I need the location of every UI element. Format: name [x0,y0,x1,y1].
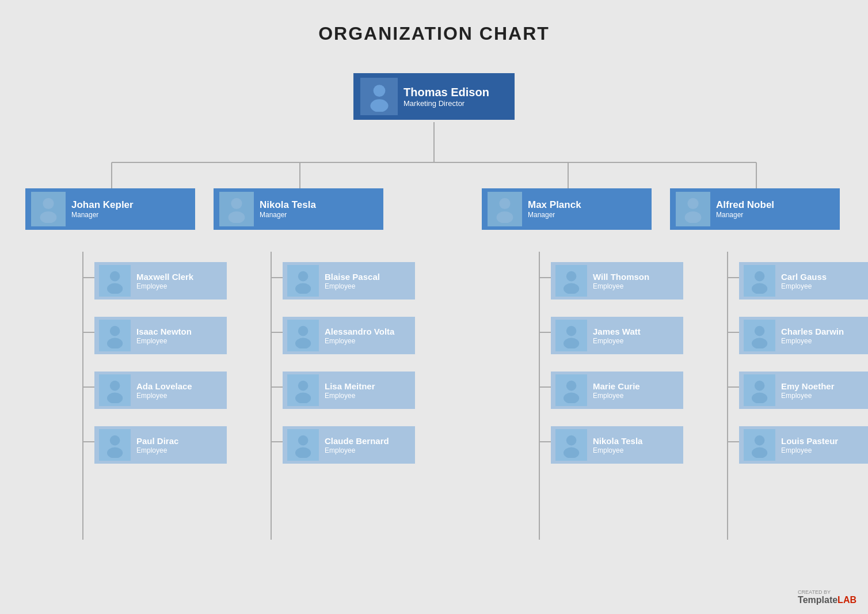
emp-name-0-3: Paul Dirac [136,436,178,446]
emp-text: Ada Lovelace Employee [136,381,192,400]
manager-card-3: Alfred Nobel Manager [670,188,843,230]
svg-point-55 [564,338,579,348]
svg-point-37 [107,283,123,293]
svg-point-42 [109,435,120,445]
emp-name-0-2: Ada Lovelace [136,381,192,392]
svg-point-33 [497,211,513,223]
watermark: CREATED BY TemplateLAB [798,589,856,605]
manager-name-3: Alfred Nobel [716,199,774,211]
emp-avatar [287,320,319,351]
svg-point-26 [373,85,385,97]
svg-point-41 [107,392,123,403]
emp-avatar [744,374,775,406]
employee-card-0-0: Maxwell Clerk Employee [94,262,227,300]
emp-name-2-1: James Watt [593,327,641,337]
svg-point-45 [295,283,311,293]
manager-text-1: Nikola Tesla Manager [260,199,316,219]
emp-text: Nikola Tesla Employee [593,436,642,454]
svg-point-34 [687,198,698,209]
manager-role-2: Manager [528,211,581,219]
emp-avatar [287,429,319,461]
emp-name-1-3: Claude Bernard [325,436,389,446]
svg-point-28 [43,198,54,209]
page-title: ORGANIZATION CHART [23,23,845,44]
emp-text: Maxwell Clerk Employee [136,272,193,290]
watermark-brand: TemplateLAB [798,597,856,604]
svg-point-66 [754,435,764,445]
svg-point-50 [298,435,308,445]
emp-name-3-1: Charles Darwin [781,327,844,337]
manager-text-0: Johan Kepler Manager [71,199,134,219]
svg-point-49 [295,392,311,403]
manager-role-3: Manager [716,211,774,219]
emp-role-3-2: Employee [781,392,835,400]
svg-point-38 [109,325,120,336]
director-avatar [360,78,398,115]
emp-text: Lisa Meitner Employee [325,381,375,400]
emp-text: Claude Bernard Employee [325,436,389,454]
svg-point-53 [564,283,579,293]
manager-role-0: Manager [71,211,134,219]
svg-point-54 [566,325,576,336]
svg-point-59 [564,447,579,457]
emp-text: Marie Curie Employee [593,381,640,400]
emp-name-1-2: Lisa Meitner [325,381,375,392]
manager-name-0: Johan Kepler [71,199,134,211]
emp-name-2-0: Will Thomson [593,272,649,282]
emp-role-1-3: Employee [325,446,389,454]
emp-name-1-0: Blaise Pascal [325,272,380,282]
svg-point-47 [295,338,311,348]
emp-avatar [744,320,775,351]
emp-avatar [99,320,131,351]
emp-role-2-2: Employee [593,392,640,400]
svg-point-62 [754,325,764,336]
emp-role-0-2: Employee [136,392,192,400]
director-text: Thomas Edison Marketing Director [403,85,489,108]
emp-name-1-1: Alessandro Volta [325,327,394,337]
employee-card-2-3: Nikola Tesla Employee [551,426,683,464]
manager-avatar-3 [676,192,710,226]
emp-role-1-2: Employee [325,392,375,400]
lab-text: LAB [837,595,856,605]
emp-name-3-2: Emy Noether [781,381,835,392]
emp-text: Louis Pasteur Employee [781,436,838,454]
emp-avatar [287,265,319,297]
emp-avatar [744,265,775,297]
emp-avatar [555,429,587,461]
svg-point-52 [566,271,576,281]
emp-name-0-0: Maxwell Clerk [136,272,193,282]
emp-text: Carl Gauss Employee [781,272,827,290]
svg-point-30 [231,198,242,209]
emp-avatar [555,374,587,406]
svg-point-32 [499,198,510,209]
svg-point-63 [752,338,767,348]
emp-avatar [555,265,587,297]
watermark-text: CREATED BY TemplateLAB [798,589,856,605]
emp-role-0-1: Employee [136,337,192,345]
emp-text: Isaac Newton Employee [136,327,192,345]
director-card: Thomas Edison Marketing Director [353,73,515,120]
svg-point-27 [370,99,388,112]
svg-point-43 [107,447,123,457]
manager-card-0: Johan Kepler Manager [25,188,198,230]
emp-role-0-0: Employee [136,282,193,290]
page: ORGANIZATION CHART [0,0,868,614]
svg-point-61 [752,283,767,293]
connector-lines [25,62,843,568]
employee-card-1-2: Lisa Meitner Employee [283,372,415,409]
svg-point-36 [109,271,120,281]
employee-card-3-0: Carl Gauss Employee [739,262,868,300]
employee-card-1-3: Claude Bernard Employee [283,426,415,464]
employee-card-3-2: Emy Noether Employee [739,372,868,409]
emp-avatar [99,374,131,406]
svg-point-51 [295,447,311,457]
manager-card-2: Max Planck Manager [482,188,654,230]
employee-card-3-1: Charles Darwin Employee [739,317,868,354]
svg-point-56 [566,380,576,391]
svg-point-44 [298,271,308,281]
emp-role-2-0: Employee [593,282,649,290]
org-chart-container: Thomas Edison Marketing Director Johan K… [25,62,843,568]
employee-card-2-0: Will Thomson Employee [551,262,683,300]
manager-text-2: Max Planck Manager [528,199,581,219]
emp-avatar [99,429,131,461]
